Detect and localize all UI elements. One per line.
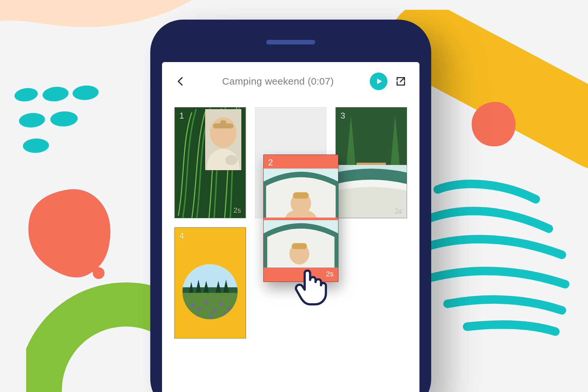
svg-point-6 [93,267,105,279]
svg-point-39 [205,301,208,304]
photo-tent-b [264,220,338,268]
svg-point-5 [23,138,49,154]
slide-card-1[interactable]: 1 2s [174,107,246,218]
photo-meadow-circle [183,264,238,319]
svg-marker-8 [377,79,382,84]
promo-stage: Camping weekend (0:07) [0,0,588,392]
slide-duration: 2s [233,206,241,215]
drag-hand-cursor-icon [293,266,329,305]
svg-point-2 [72,85,99,101]
svg-rect-48 [293,192,309,199]
svg-point-42 [227,307,231,310]
slide-index: 4 [179,231,184,241]
slide-index: 2 [268,157,273,168]
svg-point-38 [197,308,201,311]
play-button[interactable] [370,73,387,90]
slide-card-3[interactable]: 3 2s [335,107,407,218]
svg-point-1 [42,86,69,103]
play-icon [376,78,383,85]
svg-point-40 [213,309,216,312]
slide-card-2-dragging[interactable]: 2 2 [263,155,338,282]
bg-blob-coral-left [20,183,118,281]
photo-portrait [205,109,242,171]
svg-line-9 [400,78,405,82]
svg-point-37 [191,303,194,307]
svg-point-41 [220,302,223,305]
slide-index: 1 [179,111,184,121]
bg-dot-coral [467,98,519,150]
app-header: Camping weekend (0:07) [162,62,419,98]
svg-point-45 [223,313,226,317]
svg-point-44 [210,314,213,318]
svg-point-15 [225,155,237,165]
share-button[interactable] [395,76,406,87]
bg-dabs-teal [13,85,137,157]
phone-screen: Camping weekend (0:07) [162,62,419,392]
svg-point-0 [14,87,39,103]
back-chevron-icon [175,76,186,87]
svg-point-3 [18,112,46,129]
svg-point-4 [50,111,78,127]
svg-point-43 [195,314,199,318]
svg-rect-51 [292,243,307,249]
slide-duration: 2s [395,206,402,215]
phone-frame: Camping weekend (0:07) [150,20,431,392]
slides-grid: 1 2s [162,98,419,348]
photo-tent-a [264,169,338,218]
share-external-icon [395,76,406,87]
slide-card-4[interactable]: 4 [174,227,246,338]
svg-rect-14 [220,120,226,125]
project-title: Camping weekend (0:07) [194,76,362,87]
back-button[interactable] [175,76,186,87]
slide-index: 3 [340,111,345,121]
